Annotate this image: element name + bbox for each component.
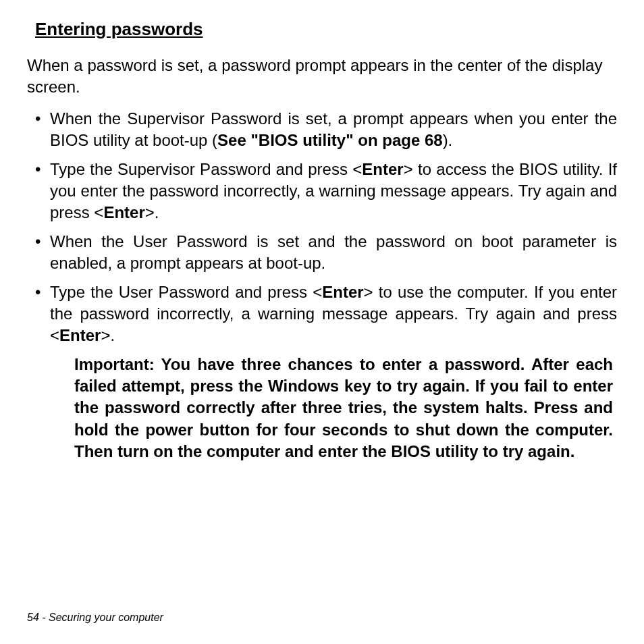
text: >. — [145, 203, 159, 221]
list-item: When the User Password is set and the pa… — [27, 231, 617, 275]
bullet-list: When the Supervisor Password is set, a p… — [27, 108, 617, 347]
text: >. — [101, 326, 115, 344]
bold-text: See "BIOS utility" on page 68 — [217, 131, 443, 149]
important-note: Important: You have three chances to ent… — [27, 354, 617, 463]
bold-text: Enter — [59, 326, 101, 344]
text: When the User Password is set and the pa… — [50, 232, 617, 272]
text: Type the User Password and press < — [50, 283, 322, 301]
page-number: 54 - — [27, 612, 49, 623]
section-heading: Entering passwords — [35, 19, 617, 40]
list-item: Type the User Password and press <Enter>… — [27, 281, 617, 347]
footer-title: Securing your computer — [49, 612, 163, 623]
bold-text: Enter — [103, 203, 144, 221]
list-item: Type the Supervisor Password and press <… — [27, 159, 617, 224]
bold-text: Enter — [362, 160, 403, 178]
text: ). — [443, 131, 453, 149]
page-footer: 54 - Securing your computer — [27, 612, 163, 624]
bold-text: Enter — [322, 283, 363, 301]
text: Type the Supervisor Password and press < — [50, 160, 362, 178]
list-item: When the Supervisor Password is set, a p… — [27, 108, 617, 152]
intro-paragraph: When a password is set, a password promp… — [27, 55, 617, 99]
